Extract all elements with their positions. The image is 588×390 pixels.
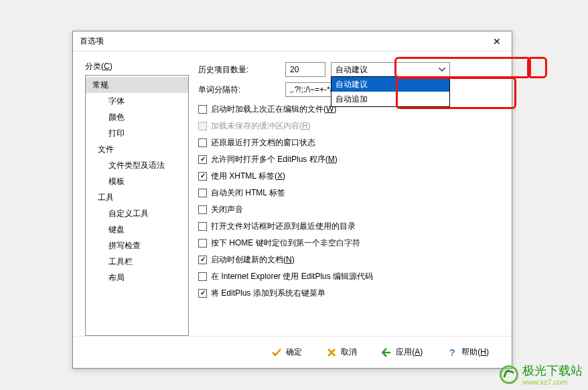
checkbox-label: 自动关闭 HTML 标签	[211, 186, 285, 199]
watermark-url: www.xz7.com	[522, 379, 583, 386]
annotation-highlight	[527, 57, 547, 78]
checkbox-label: 按下 HOME 键时定位到第一个非空白字符	[211, 236, 360, 250]
separator-label: 单词分隔符:	[198, 84, 285, 96]
checkbox-list: 启动时加载上次正在编辑的文件(W)加载未保存的缓冲区内容(R)还原最近打开文档的…	[198, 102, 500, 300]
checkbox-row[interactable]: 关闭声音	[198, 203, 500, 216]
tree-item[interactable]: 键盘	[86, 221, 188, 237]
tree-item[interactable]: 文件类型及语法	[86, 157, 188, 173]
tree-item[interactable]: 颜色	[86, 109, 188, 125]
watermark: 极光下载站 www.xz7.com	[500, 363, 583, 386]
settings-panel: 历史项目数量: 自动建议 自动建议自动追加 单词分隔符: 启动时加载上次正在编辑…	[198, 61, 500, 336]
checkbox-row[interactable]: 还原最近打开文档的窗口状态	[198, 136, 500, 149]
checkbox[interactable]	[198, 256, 207, 264]
checkbox[interactable]	[198, 205, 207, 214]
checkbox-label: 打开文件对话框时还原到最近使用的目录	[211, 219, 356, 233]
tree-item[interactable]: 打印	[86, 125, 188, 141]
checkbox-label: 启动时创建新的文档(N)	[211, 253, 295, 266]
tree-item[interactable]: 拼写检查	[86, 237, 188, 254]
chevron-down-icon	[437, 65, 447, 74]
dialog-footer: 确定 取消 应用(A) ? 帮助(H)	[73, 336, 512, 368]
checkbox-row[interactable]: 按下 HOME 键时定位到第一个非空白字符	[198, 236, 500, 250]
tree-item[interactable]: 自定义工具	[86, 205, 188, 221]
ok-button[interactable]: 确定	[267, 344, 306, 361]
checkbox[interactable]	[198, 289, 207, 298]
checkbox[interactable]	[198, 172, 207, 181]
watermark-text: 极光下载站	[522, 364, 583, 377]
apply-icon	[381, 347, 392, 358]
checkbox-label: 启动时加载上次正在编辑的文件(W)	[211, 102, 336, 116]
dropdown-item[interactable]: 自动追加	[332, 92, 449, 106]
tree-item[interactable]: 工具栏	[86, 254, 188, 270]
checkbox[interactable]	[198, 239, 207, 248]
category-label: 分类(C)	[85, 61, 189, 72]
close-icon: ✕	[493, 36, 501, 47]
category-column: 分类(C) 常规字体颜色打印文件文件类型及语法模板工具自定义工具键盘拼写检查工具…	[85, 61, 189, 336]
checkbox-label: 关闭声音	[211, 203, 243, 216]
watermark-logo-icon	[500, 365, 518, 384]
tree-item[interactable]: 文件	[86, 141, 188, 157]
dropdown-item[interactable]: 自动建议	[332, 77, 449, 92]
checkbox-label: 在 Internet Explorer 使用 EditPlus 编辑源代码	[211, 270, 373, 283]
checkbox-row[interactable]: 自动关闭 HTML 标签	[198, 186, 500, 199]
tree-item[interactable]: 常规	[86, 77, 188, 93]
dialog-title: 首选项	[80, 35, 104, 47]
checkbox[interactable]	[198, 189, 207, 197]
checkbox[interactable]	[198, 272, 207, 281]
preferences-dialog: 首选项 ✕ 分类(C) 常规字体颜色打印文件文件类型及语法模板工具自定义工具键盘…	[72, 31, 512, 369]
suggest-combo-selected: 自动建议	[336, 64, 368, 76]
history-count-input[interactable]	[285, 62, 325, 77]
checkbox[interactable]	[198, 222, 207, 231]
checkbox-row[interactable]: 使用 XHTML 标签(X)	[198, 169, 500, 183]
checkbox-label: 允许同时打开多个 EditPlus 程序(M)	[211, 153, 338, 166]
tree-item[interactable]: 模板	[86, 173, 188, 189]
checkbox-label: 将 EditPlus 添加到系统右键菜单	[211, 286, 325, 300]
suggest-combo[interactable]: 自动建议	[331, 62, 450, 77]
checkbox[interactable]	[198, 155, 207, 164]
tree-item[interactable]: 布局	[86, 270, 188, 286]
suggest-combo-wrapper: 自动建议 自动建议自动追加	[331, 62, 450, 77]
history-count-label: 历史项目数量:	[198, 64, 285, 76]
checkbox-label: 加载未保存的缓冲区内容(R)	[211, 119, 311, 132]
check-icon	[271, 347, 282, 358]
tree-item[interactable]: 字体	[86, 93, 188, 109]
category-tree[interactable]: 常规字体颜色打印文件文件类型及语法模板工具自定义工具键盘拼写检查工具栏布局	[85, 75, 189, 336]
checkbox-row[interactable]: 加载未保存的缓冲区内容(R)	[198, 119, 500, 132]
checkbox-label: 使用 XHTML 标签(X)	[211, 169, 285, 183]
apply-button[interactable]: 应用(A)	[377, 344, 427, 361]
close-button[interactable]: ✕	[482, 31, 512, 52]
checkbox-label: 还原最近打开文档的窗口状态	[211, 136, 315, 149]
dialog-body: 分类(C) 常规字体颜色打印文件文件类型及语法模板工具自定义工具键盘拼写检查工具…	[73, 52, 512, 336]
checkbox-row[interactable]: 将 EditPlus 添加到系统右键菜单	[198, 286, 500, 300]
checkbox-row[interactable]: 打开文件对话框时还原到最近使用的目录	[198, 219, 500, 233]
checkbox-row[interactable]: 在 Internet Explorer 使用 EditPlus 编辑源代码	[198, 270, 500, 283]
cancel-icon	[326, 347, 337, 358]
help-icon: ?	[447, 347, 457, 358]
checkbox-row[interactable]: 允许同时打开多个 EditPlus 程序(M)	[198, 153, 500, 166]
history-count-row: 历史项目数量: 自动建议 自动建议自动追加	[198, 62, 500, 77]
suggest-dropdown[interactable]: 自动建议自动追加	[331, 76, 450, 107]
checkbox-row[interactable]: 启动时创建新的文档(N)	[198, 253, 500, 266]
titlebar: 首选项 ✕	[73, 31, 512, 52]
tree-item[interactable]: 工具	[86, 189, 188, 205]
help-button[interactable]: ? 帮助(H)	[443, 344, 493, 361]
cancel-button[interactable]: 取消	[322, 344, 361, 361]
checkbox	[198, 122, 207, 130]
checkbox[interactable]	[198, 138, 207, 147]
checkbox[interactable]	[198, 105, 207, 114]
